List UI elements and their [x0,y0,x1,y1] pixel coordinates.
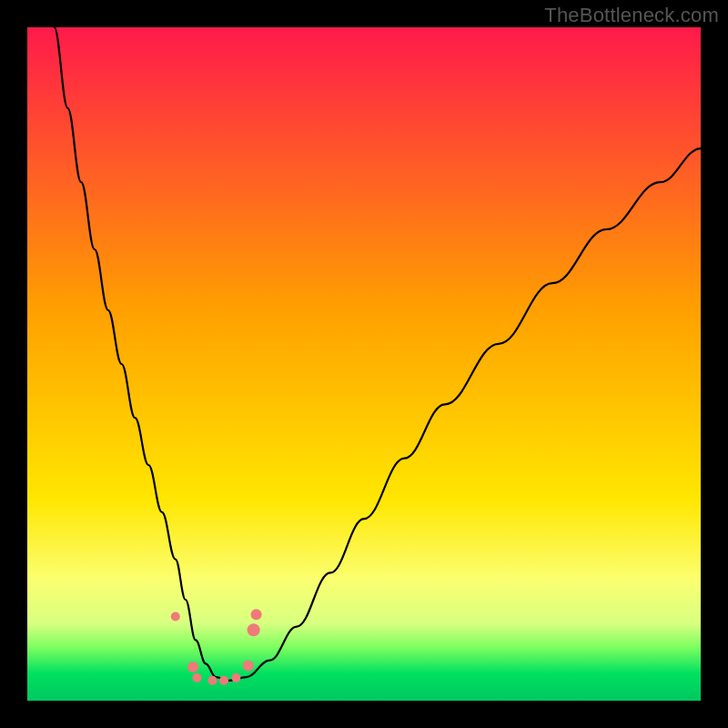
plot-area [27,27,701,701]
chart-frame: TheBottleneck.com [0,0,728,728]
marker-dot [219,676,228,685]
marker-dot [243,661,254,672]
marker-dot [192,673,201,682]
marker-dot [208,676,217,685]
marker-dot [251,609,262,620]
watermark-text: TheBottleneck.com [544,4,719,27]
bottleneck-chart [27,27,701,701]
marker-dot [171,612,180,622]
marker-dot [248,623,260,636]
marker-dot [231,673,240,682]
gradient-background [27,27,701,701]
marker-dot [187,662,198,672]
